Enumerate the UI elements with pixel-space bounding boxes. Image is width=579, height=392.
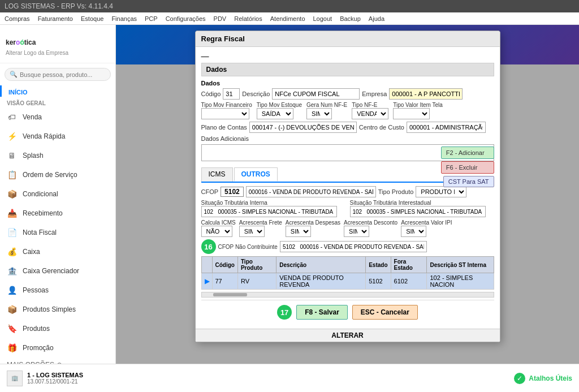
sidebar-item-label: Produtos (23, 325, 50, 333)
centro-custo-input[interactable] (407, 122, 486, 133)
top-bar: LOG SISTEMAS - ERP Vs: 4.11.4.4 (0, 0, 579, 12)
row-calcula-icms: Calcula ICMS NÃO Acrescenta Frete SIM Ac… (201, 219, 494, 237)
calcula-icms-label: Calcula ICMS (201, 219, 236, 226)
tipo-mov-fin-select[interactable] (201, 108, 249, 119)
acrescenta-frete-select[interactable]: SIM (239, 226, 265, 237)
sit-trib-interestadual-input[interactable] (350, 206, 486, 217)
btn-salvar[interactable]: F8 - Salvar (296, 305, 348, 320)
menu-financas[interactable]: Finanças (111, 15, 137, 22)
plano-contas-input[interactable] (249, 122, 357, 133)
logo-sub[interactable]: Alterar Logo da Empresa (6, 49, 110, 57)
menu-pcp[interactable]: PCP (145, 15, 158, 22)
sidebar-inicio[interactable]: INÍCIO (0, 85, 115, 97)
status-bar: 🏢 1 - LOG SISTEMAS 13.007.512/0001-21 ✓ … (0, 364, 579, 392)
row-arrow: ▶ (201, 273, 212, 290)
app-version: LOG SISTEMAS - ERP Vs: 4.11.4.4 (5, 2, 113, 10)
empresa-input[interactable] (389, 88, 463, 100)
cfop-nao-contribuinte-input[interactable] (280, 241, 427, 252)
plano-contas-label: Plano de Contas (201, 124, 247, 131)
menu-atendimento[interactable]: Atendimento (270, 15, 305, 22)
codigo-input[interactable] (223, 88, 240, 100)
sidebar-item-nota-fiscal[interactable]: 📄 Nota Fiscal (0, 223, 115, 242)
sidebar-item-condicional[interactable]: 📦 Condicional (0, 184, 115, 204)
sidebar-item-venda[interactable]: 🏷 Venda (0, 107, 115, 127)
caixa-gerenciador-icon: 🏦 (6, 265, 18, 277)
promocao-icon: 🎁 (6, 342, 18, 354)
menu-configuracoes[interactable]: Configurações (166, 15, 206, 22)
cfop-label: CFOP (201, 188, 219, 195)
status-right: ✓ Atalhos Úteis (514, 373, 572, 384)
tab-outros[interactable]: OUTROS (234, 167, 278, 182)
sidebar-item-caixa-gerenciador[interactable]: 🏦 Caixa Gerenciador (0, 261, 115, 281)
modal-title: Regra Fiscal (196, 31, 500, 47)
menu-logout[interactable]: Logout (313, 15, 332, 22)
col-header-tipo-produto: Tipo Produto (237, 257, 276, 273)
sidebar-item-promocao[interactable]: 🎁 Promoção (0, 338, 115, 357)
logo-area: keroótica Alterar Logo da Empresa (0, 25, 115, 63)
modal-overlay: Regra Fiscal — Dados Dados Código Descri… (116, 25, 579, 364)
produtos-simples-icon: 📦 (6, 303, 18, 316)
calcula-icms-select[interactable]: NÃO (201, 226, 232, 237)
atalhos-label[interactable]: Atalhos Úteis (529, 374, 572, 382)
cell-estado: 5102 (366, 273, 391, 290)
tipo-mov-fin-label: Tipo Mov Financeiro (201, 102, 252, 108)
recebimento-icon: 📥 (6, 207, 18, 219)
tipo-mov-estoque-select[interactable]: SAÍDA (257, 108, 293, 119)
acrescenta-desconto-select[interactable]: SIM (344, 226, 369, 237)
tipo-produto-select[interactable]: PRODUTO REVENDA (416, 186, 466, 197)
sidebar-item-produtos-simples[interactable]: 📦 Produtos Simples (0, 300, 115, 319)
col-header-fora-estado: Fora Estado (391, 257, 427, 273)
produtos-icon: 🔖 (6, 322, 18, 335)
gera-num-nfe-select[interactable]: SIM (306, 108, 332, 119)
alterar-bar: ALTERAR (196, 329, 500, 342)
dados-section-title: Dados (201, 63, 494, 76)
sit-trib-interna-input[interactable] (201, 206, 337, 217)
table-row[interactable]: ▶ 77 RV VENDA DE PRODUTO REVENDA 5102 61… (201, 273, 494, 290)
search-box[interactable]: 🔍 (5, 68, 111, 81)
menu-compras[interactable]: Compras (5, 15, 30, 22)
row-sit-trib: Situação Tributária Interna Situação Tri… (201, 200, 494, 217)
sidebar-mais-opcoes[interactable]: MAIS OPÇÕES ⊙ (0, 357, 115, 364)
col-header-codigo: Código (212, 257, 237, 273)
menu-pdv[interactable]: PDV (214, 15, 227, 22)
company-cnpj: 13.007.512/0001-21 (27, 378, 83, 385)
atalhos-icon: ✓ (514, 373, 525, 384)
btn-cancelar[interactable]: ESC - Cancelar (352, 305, 418, 320)
descricao-input[interactable] (272, 88, 360, 100)
menu-backup[interactable]: Backup (340, 15, 361, 22)
sidebar-item-pessoas[interactable]: 👤 Pessoas (0, 281, 115, 300)
sidebar-item-venda-rapida[interactable]: ⚡ Venda Rápida (0, 127, 115, 146)
cst-para-sat-button[interactable]: CST Para SAT (443, 176, 494, 187)
cfop-input[interactable] (246, 186, 376, 197)
sidebar-item-label: Promoção (23, 344, 54, 352)
sidebar-item-caixa[interactable]: 💰 Caixa (0, 242, 115, 261)
venda-rapida-icon: ⚡ (6, 130, 18, 143)
venda-icon: 🏷 (6, 111, 18, 123)
btn-excluir[interactable]: F6 - Excluir (441, 161, 494, 174)
menu-faturamento[interactable]: Faturamento (38, 15, 73, 22)
sidebar-item-recebimento[interactable]: 📥 Recebimento (0, 204, 115, 223)
horizontal-scrollbar[interactable] (201, 292, 494, 298)
btn-adicionar[interactable]: F2 - Adicionar (441, 147, 494, 159)
acrescenta-despesas-select[interactable]: SIM (286, 226, 311, 237)
row-codigo-desc-empresa: Código Descrição Empresa (201, 88, 494, 100)
gera-num-nfe-label: Gera Num NF-E (306, 102, 347, 108)
step-17-badge: 17 (277, 305, 292, 320)
modal-separator: — (201, 51, 494, 61)
sidebar-item-produtos[interactable]: 🔖 Produtos (0, 319, 115, 338)
sidebar-item-label: Splash (23, 152, 44, 160)
menu-ajuda[interactable]: Ajuda (369, 15, 384, 22)
sidebar-item-ordem-servico[interactable]: 📋 Ordem de Serviço (0, 165, 115, 184)
acrescenta-valor-ipi-select[interactable]: SIM (401, 226, 426, 237)
col-header-desc-st: Descrição ST Interna (427, 257, 494, 273)
menu-estoque[interactable]: Estoque (81, 15, 103, 22)
sidebar-item-splash[interactable]: 🖥 Splash (0, 146, 115, 165)
search-input[interactable] (20, 71, 99, 78)
menu-relatorios[interactable]: Relatórios (234, 15, 262, 22)
tipo-nfe-select[interactable]: VENDA (352, 108, 388, 119)
cell-fora-estado: 6102 (391, 273, 427, 290)
tab-icms[interactable]: ICMS (201, 167, 233, 182)
tab-outros-content: CFOP 5102 Tipo Produto PRODUTO REVENDA S… (201, 186, 494, 298)
tipo-valor-item-tela-select[interactable] (393, 108, 430, 119)
row-cfop-nao-contribuinte: 16 CFOP Não Contribuinte (201, 239, 494, 254)
